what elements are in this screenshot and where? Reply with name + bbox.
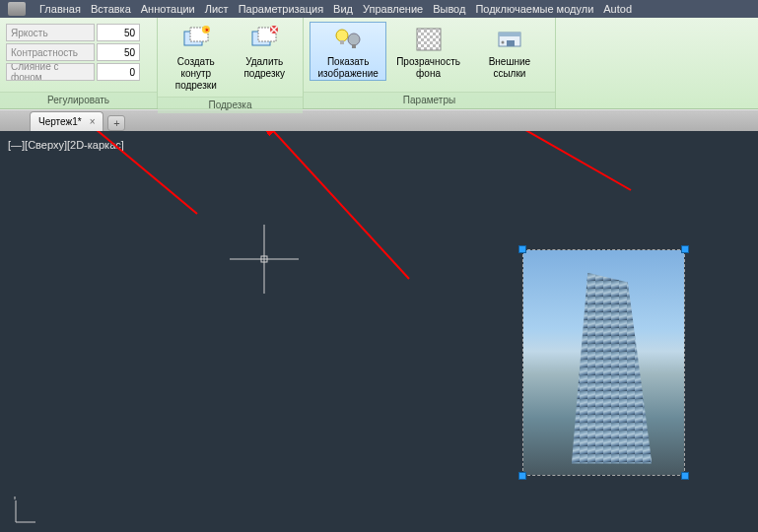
svg-point-11 — [348, 33, 360, 45]
contrast-label: Контрастность — [6, 43, 95, 61]
brightness-input[interactable]: 50 — [97, 24, 140, 41]
svg-rect-19 — [507, 40, 515, 46]
panel-options-label: Параметры — [304, 92, 555, 108]
xrefs-icon — [494, 25, 525, 54]
menu-home[interactable]: Главная — [39, 3, 81, 15]
delete-clip-icon — [248, 25, 280, 54]
selected-image[interactable] — [522, 249, 685, 476]
new-tab-button[interactable]: + — [107, 115, 125, 131]
grip-bl[interactable] — [518, 472, 526, 480]
document-tab[interactable]: Чертеж1* × — [30, 111, 103, 131]
svg-rect-12 — [352, 44, 356, 48]
delete-clip-label: Удалить подрезку — [243, 56, 285, 80]
close-tab-icon[interactable]: × — [90, 116, 96, 127]
svg-line-26 — [465, 131, 631, 190]
grip-tr[interactable] — [681, 245, 689, 253]
drawing-canvas[interactable]: [—][Сверху][2D-каркас] Y — [0, 131, 758, 532]
svg-line-25 — [266, 131, 409, 279]
delete-clip-button[interactable]: Удалить подрезку — [233, 22, 298, 81]
panel-clip: ✶ Создать конутр подрезки Удалить подрез… — [158, 18, 304, 108]
fade-label: Слияние с фоном — [6, 63, 95, 81]
menu-manage[interactable]: Управление — [363, 3, 423, 15]
document-tab-label: Чертеж1* — [38, 116, 82, 127]
lightbulb-icon — [332, 25, 364, 54]
svg-rect-10 — [340, 40, 344, 44]
svg-rect-18 — [499, 33, 520, 36]
contrast-input[interactable]: 50 — [97, 43, 140, 61]
menu-bar: Главная Вставка Аннотации Лист Параметри… — [0, 0, 758, 18]
panel-adjust-label: Регулировать — [0, 92, 157, 108]
menu-annotations[interactable]: Аннотации — [141, 3, 195, 15]
svg-point-20 — [501, 41, 504, 44]
app-icon[interactable] — [8, 2, 26, 16]
show-image-button[interactable]: Показать изображение — [310, 22, 386, 81]
menu-insert[interactable]: Вставка — [91, 3, 131, 15]
brightness-label: Яркость — [6, 24, 95, 41]
svg-text:Y: Y — [12, 497, 18, 501]
panel-clip-label: Подрезка — [158, 97, 303, 113]
menu-view[interactable]: Вид — [333, 3, 353, 15]
ucs-icon: Y — [10, 497, 39, 528]
bg-transparency-button[interactable]: Прозрачность фона — [390, 22, 465, 81]
create-clip-label: Создать конутр подрезки — [167, 56, 226, 92]
menu-plugins[interactable]: Подключаемые модули — [475, 3, 593, 15]
panel-adjust: Яркость 50 Контрастность 50 Слияние с фо… — [0, 18, 158, 108]
grip-tl[interactable] — [518, 245, 526, 253]
transparency-icon — [413, 25, 445, 54]
crosshair-cursor — [230, 225, 299, 294]
menu-parametric[interactable]: Параметризация — [239, 3, 323, 15]
xrefs-button[interactable]: Внешние ссылки — [470, 22, 549, 81]
menu-output[interactable]: Вывод — [433, 3, 465, 15]
grip-br[interactable] — [681, 472, 689, 480]
svg-rect-16 — [417, 29, 441, 50]
xrefs-label: Внешние ссылки — [473, 56, 546, 80]
panel-options: Показать изображение Прозрачность фона В… — [304, 18, 556, 108]
viewport-label[interactable]: [—][Сверху][2D-каркас] — [8, 139, 124, 151]
menu-sheet[interactable]: Лист — [205, 3, 229, 15]
create-clip-icon: ✶ — [180, 25, 212, 54]
svg-text:✶: ✶ — [204, 27, 210, 33]
svg-point-9 — [336, 30, 348, 41]
document-tabbar: Чертеж1* × + — [0, 109, 758, 131]
create-clip-button[interactable]: ✶ Создать конутр подрезки — [164, 22, 229, 93]
image-content — [523, 250, 684, 475]
show-image-label: Показать изображение — [317, 56, 378, 80]
bg-transparency-label: Прозрачность фона — [396, 56, 460, 80]
menu-autodesk[interactable]: Autod — [603, 3, 632, 15]
fade-input[interactable]: 0 — [97, 63, 140, 81]
ribbon: Яркость 50 Контрастность 50 Слияние с фо… — [0, 18, 758, 109]
